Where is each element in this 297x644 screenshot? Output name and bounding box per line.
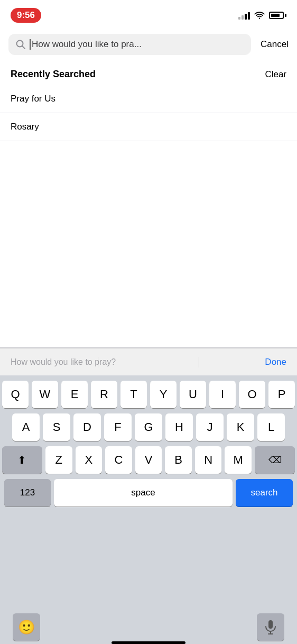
done-button[interactable]: Done [265,357,286,367]
key-a[interactable]: A [12,413,40,441]
cancel-button[interactable]: Cancel [256,37,289,52]
key-w[interactable]: W [32,381,58,408]
search-input-value: How would you like to pra... [32,39,142,50]
keyboard-row-2: A S D F G H J K L [2,413,295,441]
key-m[interactable]: M [225,446,252,474]
clear-button[interactable]: Clear [265,69,286,80]
keyboard: Q W E R T Y U I O P A S D F G H J K L ⬆ … [0,375,297,644]
key-p[interactable]: P [268,381,295,408]
input-toolbar: How would you like to pray? Done [0,348,297,375]
keyboard-row-4: 123 space search [2,479,295,507]
search-icon [16,40,25,49]
toolbar-cursors [98,348,199,367]
search-bar-container: How would you like to pra... Cancel [0,29,297,60]
list-item[interactable]: Rosary [0,113,297,141]
space-key[interactable]: space [54,479,233,507]
keyboard-row-1: Q W E R T Y U I O P [2,381,295,408]
key-u[interactable]: U [180,381,206,408]
key-z[interactable]: Z [45,446,72,474]
key-v[interactable]: V [135,446,162,474]
key-d[interactable]: D [73,413,101,441]
battery-icon [269,12,286,19]
key-l[interactable]: L [257,413,285,441]
keyboard-row-3: ⬆ Z X C V B N M ⌫ [2,446,295,474]
signal-icon [238,11,250,20]
home-indicator [112,641,185,644]
backspace-key[interactable]: ⌫ [255,446,295,474]
status-time: 9:56 [11,8,41,23]
wifi-icon [254,11,265,20]
key-s[interactable]: S [43,413,70,441]
search-input[interactable]: How would you like to pra... [30,39,244,50]
microphone-key[interactable] [257,613,284,641]
key-e[interactable]: E [61,381,88,408]
key-c[interactable]: C [105,446,132,474]
key-r[interactable]: R [91,381,117,408]
status-bar: 9:56 [0,0,297,29]
key-i[interactable]: I [209,381,236,408]
svg-rect-2 [268,620,273,629]
key-q[interactable]: Q [2,381,29,408]
key-g[interactable]: G [135,413,162,441]
search-input-wrapper[interactable]: How would you like to pra... [8,34,251,55]
key-j[interactable]: J [196,413,224,441]
key-o[interactable]: O [239,381,265,408]
recently-searched-title: Recently Searched [11,69,96,80]
key-k[interactable]: K [227,413,254,441]
recently-searched-header: Recently Searched Clear [0,60,297,85]
key-x[interactable]: X [76,446,103,474]
key-b[interactable]: B [165,446,192,474]
search-key[interactable]: search [236,479,293,507]
key-h[interactable]: H [165,413,193,441]
svg-line-1 [22,46,25,49]
microphone-icon [264,620,277,634]
number-key[interactable]: 123 [4,479,51,507]
shift-key[interactable]: ⬆ [2,446,42,474]
key-f[interactable]: F [104,413,132,441]
keyboard-bottom-bar: 🙂 [0,613,297,641]
text-cursor [30,39,31,50]
key-y[interactable]: Y [150,381,177,408]
key-t[interactable]: T [120,381,147,408]
emoji-key[interactable]: 🙂 [13,613,40,641]
status-icons [238,11,286,20]
list-item[interactable]: Pray for Us [0,85,297,113]
key-n[interactable]: N [195,446,222,474]
